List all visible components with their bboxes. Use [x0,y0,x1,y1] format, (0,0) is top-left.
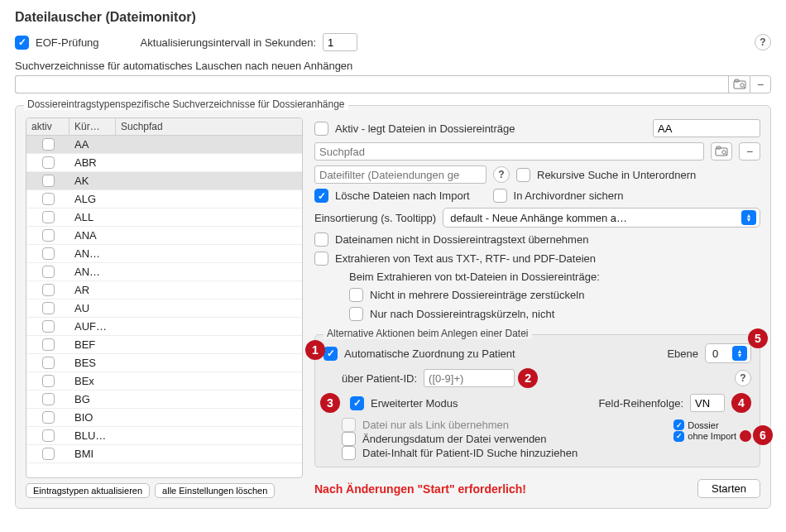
ebene-select[interactable]: 0 ▴▾ [705,343,751,363]
row-aktiv-checkbox[interactable] [42,393,55,405]
refresh-types-button[interactable]: Eintragstypen aktualisieren [26,483,150,498]
delete-after-import-checkbox[interactable] [314,189,328,203]
field-order-label: Feld-Reihenfolge: [598,397,683,410]
row-code: BIO [69,411,116,424]
sort-label: Einsortierung (s. Tooltipp) [314,212,436,224]
window-title: Dateilauscher (Dateimonitor) [15,10,771,25]
th-pfad[interactable]: Suchpfad [116,118,302,135]
sort-select[interactable]: default - Neue Anhänge kommen a… ▴▾ [443,208,760,228]
row-code: BMI [69,448,116,460]
svg-point-2 [740,84,743,87]
search-dirs-label: Suchverzeichnisse für automatisches Laus… [15,60,771,72]
types-group-label: Dossiereintragstypenspezifische Suchverz… [24,98,348,110]
delete-after-import-label: Lösche Dateien nach Import [335,189,470,202]
patient-id-label: über Patient-ID: [342,372,417,385]
row-code: AR [69,284,116,296]
recursive-checkbox[interactable] [516,168,530,182]
table-row[interactable]: BEF [26,336,302,354]
table-row[interactable]: BEx [26,372,302,391]
table-row[interactable]: ANA [26,227,302,245]
chevron-updown-icon: ▴▾ [732,346,747,361]
row-aktiv-checkbox[interactable] [42,193,55,205]
row-aktiv-checkbox[interactable] [42,156,55,169]
no-split-label: Nicht in mehrere Dossiereinträge zerstüc… [370,289,584,301]
row-aktiv-checkbox[interactable] [42,302,55,314]
badge-1: 1 [305,340,325,360]
table-row[interactable]: AN… [26,245,302,263]
no-filename-checkbox[interactable] [314,232,328,247]
suchpfad-browse-button[interactable] [711,142,732,161]
no-split-checkbox[interactable] [349,288,363,302]
suchpfad-remove-button[interactable]: − [739,142,760,161]
row-code: AN… [69,266,116,278]
table-row[interactable]: BG [26,391,302,409]
table-row[interactable]: AU [26,300,302,318]
table-row[interactable]: BLU… [26,427,302,445]
browse-folder-button[interactable] [728,75,750,93]
ebene-label: Ebene [667,347,698,360]
aktiv-checkbox[interactable] [314,122,328,136]
row-code: BEx [69,375,116,387]
suchpfad-input[interactable] [314,142,704,161]
eof-check-checkbox[interactable] [15,36,29,50]
patient-id-help-button[interactable]: ? [735,370,751,386]
types-table-header: aktiv Kür… Suchpfad [26,118,302,136]
table-row[interactable]: BIO [26,409,302,427]
table-row[interactable]: AK [26,172,302,190]
table-row[interactable]: ALL [26,208,302,227]
table-row[interactable]: AUF… [26,318,302,336]
extract-sub-label: Beim Extrahieren von txt-Dateien in Doss… [314,271,760,283]
warning-icon [740,430,751,442]
clear-settings-button[interactable]: alle Einstellungen löschen [155,483,275,498]
extended-mode-checkbox[interactable] [350,396,364,410]
archive-checkbox[interactable] [493,189,507,203]
row-aktiv-checkbox[interactable] [42,375,55,387]
table-row[interactable]: BES [26,354,302,372]
row-aktiv-checkbox[interactable] [42,175,55,187]
row-aktiv-checkbox[interactable] [42,320,55,333]
row-aktiv-checkbox[interactable] [42,357,55,369]
refresh-interval-input[interactable] [323,33,357,51]
link-only-checkbox[interactable] [342,418,356,432]
auto-assign-checkbox[interactable] [324,347,338,361]
row-aktiv-checkbox[interactable] [42,211,55,223]
badge-4: 4 [731,393,751,413]
extract-text-checkbox[interactable] [314,252,328,266]
row-aktiv-checkbox[interactable] [42,338,55,351]
help-button[interactable]: ? [755,34,771,50]
table-row[interactable]: BMI [26,445,302,463]
th-kurz[interactable]: Kür… [69,118,116,135]
th-aktiv[interactable]: aktiv [26,118,69,135]
file-filter-input[interactable] [314,165,486,184]
sort-select-value: default - Neue Anhänge kommen a… [450,212,736,224]
field-order-input[interactable] [690,394,725,412]
row-aktiv-checkbox[interactable] [42,138,55,151]
search-dirs-input[interactable] [15,75,728,93]
row-aktiv-checkbox[interactable] [42,247,55,260]
row-aktiv-checkbox[interactable] [42,411,55,424]
table-row[interactable]: AA [26,136,302,154]
table-row[interactable]: AR [26,281,302,300]
mod-date-checkbox[interactable] [342,432,356,446]
row-code: AA [69,138,116,151]
remove-dir-button[interactable]: − [750,75,771,93]
row-aktiv-checkbox[interactable] [42,266,55,278]
file-filter-help-button[interactable]: ? [493,166,510,183]
table-row[interactable]: ABR [26,154,302,172]
table-row[interactable]: ALG [26,190,302,208]
patient-id-input[interactable] [424,369,515,387]
content-search-checkbox[interactable] [342,446,356,460]
row-aktiv-checkbox[interactable] [42,448,55,460]
row-code: AN… [69,247,116,260]
start-button[interactable]: Starten [697,479,760,498]
dossier-checkbox[interactable] [673,419,684,430]
ohne-import-checkbox[interactable] [673,431,684,442]
row-aktiv-checkbox[interactable] [42,229,55,242]
only-shortcuts-checkbox[interactable] [349,307,363,321]
aktiv-code-input[interactable] [653,119,760,137]
table-row[interactable]: AN… [26,263,302,281]
alt-actions-label: Alternative Aktionen beim Anlegen einer … [324,328,532,339]
row-aktiv-checkbox[interactable] [42,284,55,296]
row-aktiv-checkbox[interactable] [42,429,55,442]
types-table-body[interactable]: AAABRAKALGALLANAAN…AN…ARAUAUF…BEFBESBExB… [26,136,302,477]
